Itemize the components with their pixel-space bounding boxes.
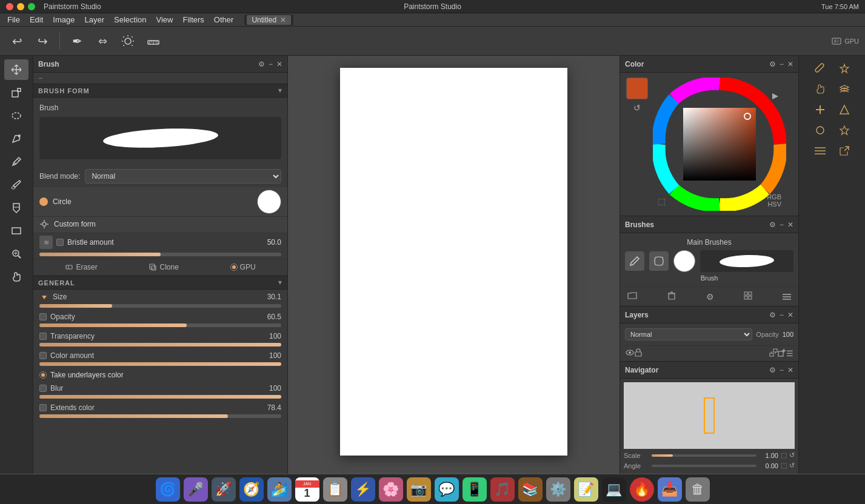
color-wheel-container[interactable]: RGB HSV ⬚	[653, 78, 786, 211]
dock-pictures[interactable]: 🏄	[267, 477, 292, 502]
dock-textedit[interactable]: 📝	[574, 477, 598, 502]
tool-magic-button[interactable]	[833, 59, 855, 78]
eraser-option[interactable]: Eraser	[65, 263, 97, 271]
opacity-slider[interactable]	[39, 323, 281, 327]
ruler-button[interactable]	[142, 30, 164, 52]
delete-brush-button[interactable]	[665, 290, 678, 303]
transparency-checkbox[interactable]	[39, 333, 47, 340]
layers-panel-icons[interactable]: ⚙ − ✕	[769, 311, 793, 319]
transparency-slider[interactable]	[39, 343, 281, 346]
nav-fit-button[interactable]: ⬚	[781, 451, 787, 459]
minus-icon[interactable]: −	[269, 60, 273, 68]
tool-wrench-button[interactable]	[809, 59, 831, 78]
dock-safari[interactable]: 🧭	[239, 477, 264, 502]
brush-circle-preview[interactable]	[673, 250, 695, 272]
color-inner-area[interactable]	[683, 108, 756, 181]
close-tab-icon[interactable]: ✕	[280, 16, 286, 24]
canvas-area[interactable]	[288, 56, 620, 474]
layers-menu-button[interactable]: ☰	[786, 349, 793, 358]
nav-minus-icon[interactable]: −	[780, 366, 784, 374]
nav-reset-button[interactable]: ↺	[789, 451, 795, 459]
menu-image[interactable]: Image	[48, 13, 79, 27]
menu-selection[interactable]: Selection	[109, 13, 151, 27]
new-brush-folder-button[interactable]	[625, 290, 640, 303]
blend-mode-select[interactable]: Normal	[85, 169, 281, 184]
extends-color-checkbox[interactable]	[39, 404, 47, 411]
dock-photos[interactable]: 🌸	[379, 477, 403, 502]
add-layer-button[interactable]	[778, 348, 786, 359]
redo-button[interactable]: ↪	[32, 30, 53, 52]
close-button[interactable]	[6, 3, 13, 10]
layer-lock-button[interactable]	[635, 348, 642, 359]
color-amount-slider[interactable]	[39, 362, 281, 366]
tool-transform[interactable]	[4, 82, 28, 103]
minimize-button[interactable]	[17, 3, 24, 10]
nav-gear-icon[interactable]: ⚙	[769, 366, 776, 374]
tool-share-button[interactable]	[833, 142, 855, 160]
menu-other[interactable]: Other	[209, 13, 239, 27]
dock-settings[interactable]: ⚙️	[546, 477, 570, 502]
dock-facetime[interactable]: 📱	[463, 477, 487, 502]
menu-layer[interactable]: Layer	[80, 13, 110, 27]
spray-button[interactable]	[117, 30, 139, 52]
tool-paintbrush[interactable]	[4, 174, 28, 195]
size-slider[interactable]	[39, 304, 281, 308]
maximize-button[interactable]	[28, 3, 35, 10]
menu-file[interactable]: File	[2, 13, 25, 27]
brushes-panel-icons[interactable]: ⚙ − ✕	[769, 220, 793, 229]
color-gear-icon[interactable]: ⚙	[769, 60, 776, 68]
undo-button[interactable]: ↩	[6, 30, 28, 52]
gear-icon[interactable]: ⚙	[258, 60, 265, 68]
dock-terminal[interactable]: 💻	[602, 477, 626, 502]
traffic-lights[interactable]: Paintstorm Studio	[6, 2, 101, 11]
brush-settings-button[interactable]: ⚙	[704, 291, 716, 303]
tool-layers-button[interactable]	[833, 80, 855, 98]
blur-checkbox[interactable]	[39, 385, 47, 392]
tool-shape-button[interactable]	[833, 101, 855, 119]
dock-siri[interactable]: 🎤	[184, 477, 208, 502]
gpu-option[interactable]: GPU	[230, 263, 256, 271]
crop-icon[interactable]: ⬚	[658, 196, 666, 206]
tool-hand2-button[interactable]	[809, 80, 831, 98]
active-color-swatch[interactable]	[626, 78, 648, 99]
navigator-preview[interactable]	[624, 382, 795, 449]
color-amount-checkbox[interactable]	[39, 352, 47, 359]
nav-scale-slider[interactable]	[652, 454, 756, 457]
gpu-radio[interactable]	[230, 264, 238, 271]
close-icon[interactable]: ✕	[276, 60, 282, 68]
dock-books[interactable]: 📚	[518, 477, 543, 502]
tool-pen[interactable]	[4, 128, 28, 149]
brushes-close-icon[interactable]: ✕	[787, 220, 793, 229]
brush-panel-icons[interactable]: ⚙ − ✕	[258, 60, 282, 68]
dock-messages[interactable]: 💬	[435, 477, 459, 502]
tool-move[interactable]	[4, 59, 28, 80]
bristle-slider[interactable]	[39, 253, 281, 256]
tool-cut-button[interactable]	[809, 101, 831, 119]
dock-rocket[interactable]: 🚀	[212, 477, 236, 502]
navigator-panel-icons[interactable]: ⚙ − ✕	[769, 366, 793, 374]
nav-angle-reset-button[interactable]: ↺	[789, 462, 795, 469]
brush-list-button[interactable]	[741, 290, 755, 303]
dock-finder[interactable]: 🌀	[156, 477, 180, 502]
layer-blend-select[interactable]: Normal	[625, 328, 752, 340]
menu-view[interactable]: View	[152, 13, 178, 27]
general-collapse[interactable]: ▾	[278, 279, 282, 287]
opacity-checkbox[interactable]	[39, 313, 47, 320]
tool-star-button[interactable]	[833, 121, 855, 139]
dock-appstore[interactable]: 📥	[658, 477, 682, 502]
layers-gear-icon[interactable]: ⚙	[769, 311, 776, 319]
brushes-gear-icon[interactable]: ⚙	[769, 220, 776, 229]
brush-form-collapse[interactable]: ▾	[278, 87, 282, 94]
extends-color-slider[interactable]	[39, 414, 281, 418]
pen-tool-button[interactable]: ✒	[66, 30, 88, 52]
dock-app2[interactable]: ⚡	[351, 477, 375, 502]
brush-tool-icon[interactable]	[625, 251, 644, 271]
bristle-checkbox[interactable]	[56, 239, 64, 246]
tool-lasso[interactable]	[4, 105, 28, 126]
tool-hand[interactable]	[4, 267, 28, 287]
take-underlayers-radio[interactable]	[39, 371, 47, 379]
rgb-label[interactable]: RGB	[767, 193, 781, 201]
canvas[interactable]	[340, 68, 567, 456]
merge-layers-button[interactable]	[769, 348, 778, 359]
color-reset-button[interactable]: ↺	[626, 103, 648, 113]
